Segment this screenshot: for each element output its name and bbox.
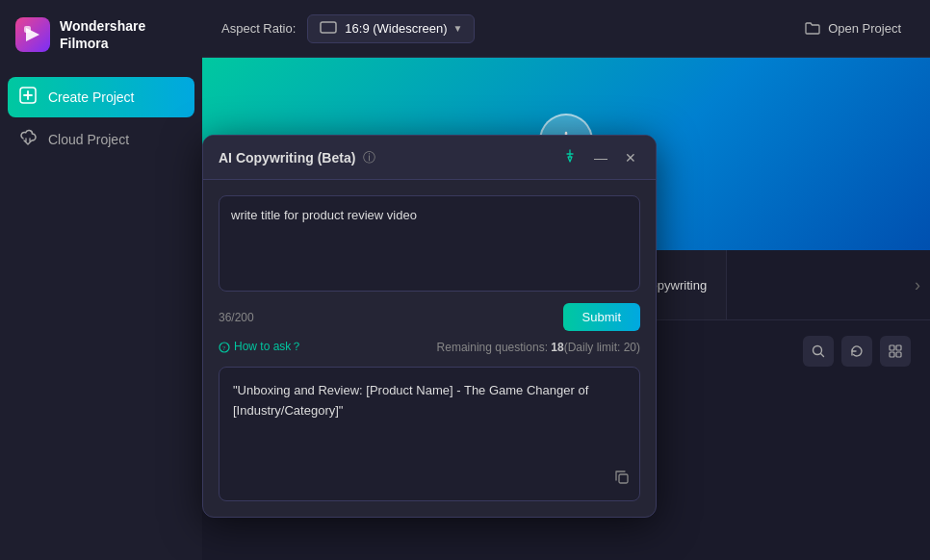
refresh-button[interactable] [841, 336, 872, 367]
svg-rect-12 [896, 352, 901, 357]
aspect-dropdown-left: 16:9 (Widescreen) [320, 21, 447, 37]
search-icon [812, 344, 825, 358]
ai-dialog-info-icon[interactable]: ⓘ [363, 149, 375, 166]
create-project-icon [19, 87, 37, 108]
sidebar-item-cloud-project[interactable]: Cloud Project [8, 119, 194, 160]
bottom-header-actions [803, 336, 911, 367]
ai-help-link[interactable]: ? How to ask？ [219, 339, 302, 355]
cloud-project-icon [19, 129, 37, 150]
ai-dialog-title-section: AI Copywriting (Beta) ⓘ [219, 149, 375, 166]
ai-dialog-title: AI Copywriting (Beta) [219, 150, 355, 165]
svg-rect-19 [619, 474, 628, 483]
svg-rect-9 [890, 345, 894, 350]
logo-icon [15, 17, 50, 52]
open-project-label: Open Project [828, 21, 901, 36]
ai-help-row: ? How to ask？ Remaining questions: 18(Da… [219, 339, 640, 355]
aspect-ratio-section: Aspect Ratio: 16:9 (Widescreen) ▼ [221, 14, 475, 43]
aspect-ratio-dropdown[interactable]: 16:9 (Widescreen) ▼ [307, 14, 475, 43]
ai-char-count: 36/200 [219, 311, 254, 324]
ai-dialog-controls: — ✕ [559, 147, 640, 167]
refresh-icon [850, 344, 864, 358]
ai-result-text: "Unboxing and Review: [Product Name] - T… [233, 383, 588, 418]
ai-help-text: How to ask？ [234, 339, 302, 355]
header: Aspect Ratio: 16:9 (Widescreen) ▼ Open P… [202, 0, 930, 58]
ai-dialog-close-icon[interactable]: ✕ [621, 148, 640, 167]
view-toggle-button[interactable] [880, 336, 911, 367]
folder-icon [805, 21, 820, 37]
ai-remaining: Remaining questions: 18(Daily limit: 20) [437, 341, 640, 354]
widescreen-icon [320, 21, 337, 37]
ai-dialog-body: 36/200 Submit ? How to ask？ Remaining qu… [203, 180, 656, 517]
aspect-ratio-value: 16:9 (Widescreen) [345, 21, 447, 36]
grid-icon [889, 344, 902, 358]
sidebar-logo: Wondershare Filmora [0, 0, 202, 69]
help-icon: ? [219, 342, 230, 353]
ai-copywriting-dialog: AI Copywriting (Beta) ⓘ — ✕ 36/200 Submi… [202, 135, 657, 518]
ai-submit-button[interactable]: Submit [563, 303, 640, 331]
sidebar-nav: Create Project Cloud Project [0, 69, 202, 167]
sidebar: Wondershare Filmora Create Project Cloud… [0, 0, 202, 560]
search-button[interactable] [803, 336, 834, 367]
sidebar-item-create-project[interactable]: Create Project [8, 77, 194, 117]
svg-rect-11 [890, 352, 894, 357]
svg-rect-0 [24, 26, 31, 33]
ai-char-submit-row: 36/200 Submit [219, 303, 640, 331]
ai-prompt-textarea[interactable] [219, 195, 640, 292]
ai-dialog-minimize-icon[interactable]: — [590, 148, 611, 167]
svg-text:?: ? [222, 344, 225, 352]
chevron-down-icon: ▼ [453, 23, 463, 34]
ai-dialog-pin-icon[interactable] [559, 147, 581, 167]
ai-copy-icon[interactable] [614, 470, 630, 491]
aspect-ratio-label: Aspect Ratio: [221, 21, 296, 36]
logo-text: Wondershare Filmora [60, 17, 145, 52]
svg-rect-2 [321, 22, 336, 33]
open-project-button[interactable]: Open Project [795, 15, 911, 42]
main-content: Aspect Ratio: 16:9 (Widescreen) ▼ Open P… [202, 0, 930, 560]
ai-dialog-header: AI Copywriting (Beta) ⓘ — ✕ [203, 136, 656, 180]
svg-rect-10 [896, 345, 901, 350]
feature-cards-scroll-right[interactable]: › [905, 250, 930, 319]
ai-result-box: "Unboxing and Review: [Product Name] - T… [219, 367, 640, 501]
cloud-project-label: Cloud Project [48, 132, 129, 147]
create-project-label: Create Project [48, 89, 134, 105]
